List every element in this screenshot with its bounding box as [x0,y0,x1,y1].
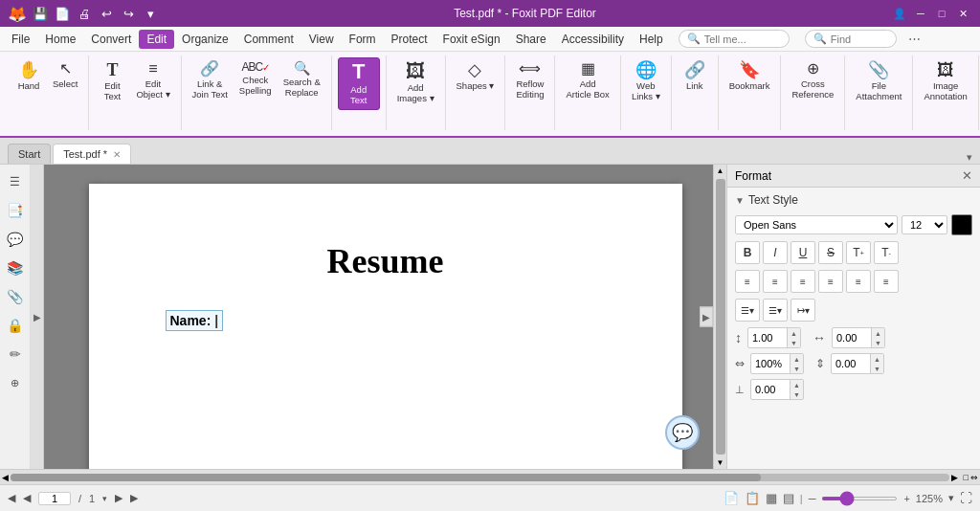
search-replace-button[interactable]: 🔍 Search &Replace [278,57,325,102]
font-name-select[interactable]: Open Sans [735,215,898,234]
char-spacing-input[interactable] [833,330,871,345]
horizontal-scale-input[interactable] [751,356,790,371]
sidebar-comments[interactable]: 💬 [2,226,29,253]
menu-comment[interactable]: Comment [236,30,301,49]
ai-chat-button[interactable]: 💬 [665,415,700,450]
add-shapes-button[interactable]: ◇ Shapes ▾ [452,57,500,95]
link-join-button[interactable]: 🔗 Link &Join Text [188,57,233,104]
menu-edit[interactable]: Edit [139,30,174,49]
qa-print[interactable]: 🖨 [75,4,94,23]
v-offset-down[interactable]: ▼ [870,364,883,373]
page-number-input[interactable] [43,493,66,504]
sidebar-search[interactable]: ⊕ [2,369,29,396]
vertical-offset-input[interactable] [832,356,870,371]
user-icon[interactable]: 👤 [890,4,909,23]
zoom-out-btn[interactable]: ─ [809,493,816,504]
qa-undo[interactable]: ↩ [97,4,116,23]
edit-object-button[interactable]: ≡ EditObject ▾ [131,57,174,104]
zoom-slider[interactable] [821,497,898,500]
panel-close-button[interactable]: ✕ [962,168,972,183]
left-collapse-button[interactable]: ▶ [31,165,44,469]
qa-new[interactable]: 📄 [53,4,72,23]
add-article-box-button[interactable]: ▦ AddArticle Box [561,57,613,104]
qa-redo[interactable]: ↪ [119,4,138,23]
right-collapse-button[interactable]: ▶ [700,307,713,327]
minimize-button[interactable]: ─ [911,4,930,23]
scroll-down[interactable]: ▼ [715,456,726,469]
two-page-view-btn[interactable]: 📋 [745,491,760,505]
link-button[interactable]: 🔗 Link [678,57,712,95]
menu-help[interactable]: Help [632,30,671,49]
menu-protect[interactable]: Protect [384,30,435,49]
menu-home[interactable]: Home [37,30,83,49]
web-links-button[interactable]: 🌐 WebLinks ▾ [627,57,665,106]
file-attachment-button[interactable]: 📎 FileAttachment [851,57,906,106]
continuous-view-btn[interactable]: ▦ [766,491,777,505]
reading-mode-btn[interactable]: ▤ [783,491,794,505]
italic-button[interactable]: I [763,241,788,264]
indent-button[interactable]: ↦▾ [791,299,815,322]
v-offset-up[interactable]: ▲ [870,354,883,364]
scroll-left-btn[interactable]: ◀ [2,473,9,482]
prev-page-btn2[interactable]: ◀ [23,492,31,504]
sidebar-pages[interactable]: 📑 [2,197,29,224]
menu-file[interactable]: File [4,30,37,49]
baseline-up[interactable]: ▲ [790,380,803,389]
tab-arrow[interactable]: ▾ [967,151,972,164]
qa-dropdown[interactable]: ▾ [141,4,160,23]
hand-button[interactable]: ✋ Hand [11,57,46,95]
sidebar-security[interactable]: 🔒 [2,312,29,339]
text-style-toggle[interactable]: ▼ [735,195,745,206]
font-size-select[interactable]: 12 [902,215,947,234]
line-height-up[interactable]: ▲ [787,328,800,338]
tab-testpdf-close[interactable]: ✕ [113,149,121,160]
align-distribute-button[interactable]: ≡ [846,270,871,293]
unordered-list-button[interactable]: ☰▾ [735,299,760,322]
name-field[interactable]: Name: [166,310,224,331]
cross-reference-button[interactable]: ⊕ CrossReference [787,57,838,104]
menu-organize[interactable]: Organize [174,30,236,49]
next-page-btn[interactable]: ▶ [115,492,122,504]
sidebar-signature[interactable]: ✏ [2,341,29,367]
sidebar-hand-tool[interactable]: ☰ [2,168,29,195]
strikethrough-button[interactable]: S [818,241,843,264]
align-left-button[interactable]: ≡ [735,270,760,293]
add-images-button[interactable]: 🖼 AddImages ▾ [392,57,439,108]
scroll-right-btn[interactable]: ▶ [951,473,958,482]
h-scale-up[interactable]: ▲ [790,354,803,364]
sidebar-bookmarks[interactable]: 📚 [2,255,29,281]
menu-more[interactable]: ⋯ [908,32,921,46]
check-spelling-button[interactable]: ABC✓ CheckSpelling [234,57,277,100]
tab-start[interactable]: Start [8,144,51,164]
h-scale-down[interactable]: ▼ [790,364,803,373]
baseline-input[interactable] [751,382,790,397]
edit-text-button[interactable]: T EditText [95,57,129,106]
single-page-view-btn[interactable]: 📄 [724,491,739,505]
fullscreen-btn[interactable]: ⛶ [960,491,972,505]
align-justify-all-button[interactable]: ≡ [874,270,899,293]
scroll-thumb[interactable] [716,179,725,455]
select-button[interactable]: ↖ Select [48,57,82,93]
fit-width-btn[interactable]: ⇔ [970,473,978,482]
maximize-button[interactable]: □ [932,4,951,23]
menu-convert[interactable]: Convert [83,30,139,49]
fit-page-btn[interactable]: □ [964,473,969,482]
menu-foxit-esign[interactable]: Foxit eSign [435,30,508,49]
menu-view[interactable]: View [301,30,342,49]
char-spacing-up[interactable]: ▲ [871,328,884,338]
line-height-input[interactable] [748,330,787,345]
qa-save[interactable]: 💾 [31,4,50,23]
zoom-in-btn[interactable]: + [903,493,909,504]
tab-testpdf[interactable]: Test.pdf * ✕ [53,144,131,164]
page-dropdown[interactable]: ▾ [102,494,107,503]
scroll-up[interactable]: ▲ [715,165,726,177]
baseline-down[interactable]: ▼ [790,389,803,399]
font-color-picker[interactable] [951,214,972,235]
bookmark-button[interactable]: 🔖 Bookmark [724,57,775,95]
char-spacing-down[interactable]: ▼ [871,338,884,347]
last-page-btn[interactable]: ▶ [130,492,138,504]
align-center-button[interactable]: ≡ [763,270,788,293]
find-input[interactable] [831,33,888,45]
horizontal-scrollbar[interactable]: ◀ ▶ □ ⇔ [0,469,980,484]
reflow-editing-button[interactable]: ⟺ ReflowEditing [511,57,548,104]
